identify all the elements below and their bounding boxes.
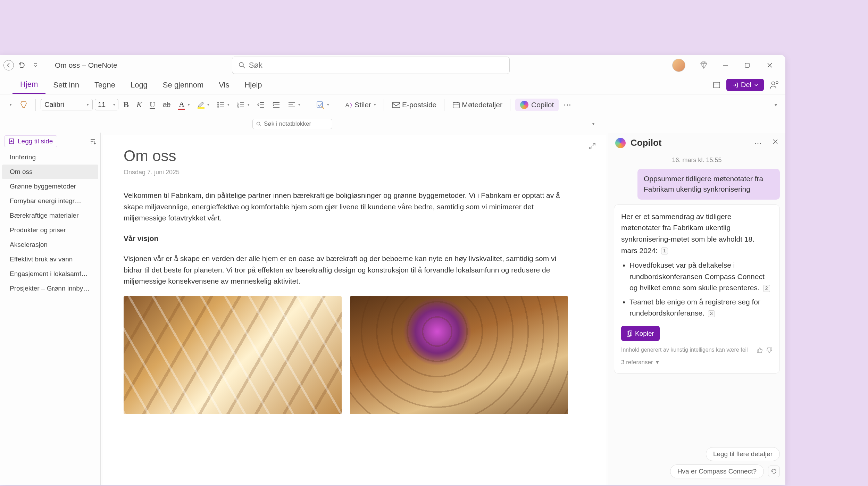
email-page-button[interactable]: E-postside	[389, 99, 439, 110]
numbering-button[interactable]: 123▾	[234, 100, 252, 110]
qat-customize[interactable]	[31, 62, 40, 68]
share-label: Del	[741, 81, 751, 89]
search-input[interactable]	[249, 61, 503, 70]
tab-review[interactable]: Se gjennom	[155, 76, 211, 94]
ref-badge-2[interactable]: 2	[763, 285, 770, 292]
premium-icon[interactable]	[699, 61, 708, 70]
more-commands[interactable]: ⋯	[561, 99, 575, 111]
app-window: Om oss – OneNote Hjem Sett inn Tegne Log…	[0, 55, 785, 485]
sort-pages-button[interactable]	[89, 138, 96, 145]
thumbs-up-icon[interactable]	[757, 347, 763, 353]
suggestion-more-details[interactable]: Legg til flere detaljer	[706, 447, 780, 461]
bullets-button[interactable]: ▾	[214, 100, 232, 110]
paragraph-vision[interactable]: Visjonen vår er å skape en verden der al…	[124, 253, 568, 287]
expand-canvas-icon[interactable]	[589, 142, 596, 150]
page-item-innforing[interactable]: Innføring	[2, 150, 98, 165]
tab-view[interactable]: Vis	[211, 76, 237, 94]
bullet-2-text: Teamet ble enige om å registrere seg for…	[629, 298, 760, 317]
page-item-gronne[interactable]: Grønne byggemetoder	[2, 179, 98, 194]
add-page-label: Legg til side	[18, 137, 53, 145]
image-dome-structure[interactable]	[350, 296, 568, 414]
tab-draw[interactable]: Tegne	[87, 76, 123, 94]
underline-button[interactable]: U	[147, 99, 158, 111]
share-button[interactable]: Del	[726, 79, 764, 91]
ribbon-tabs: Hjem Sett inn Tegne Logg Se gjennom Vis …	[0, 76, 785, 94]
paragraph-intro[interactable]: Velkommen til Fabrikam, din pålitelige p…	[124, 190, 568, 224]
svg-rect-51	[628, 331, 632, 335]
page-item-engasjement[interactable]: Engasjement i lokalsamf…	[2, 267, 98, 281]
notebooks-search[interactable]: Søk i notatblokker	[252, 119, 332, 129]
assistant-message: Her er et sammendrag av tidligere møteno…	[614, 204, 780, 374]
svg-rect-4	[745, 63, 749, 67]
page-item-baerekraftige[interactable]: Bærekraftige materialer	[2, 208, 98, 223]
font-size-selector[interactable]: 11▾	[95, 99, 118, 110]
thumbs-down-icon[interactable]	[766, 347, 773, 353]
svg-rect-7	[713, 82, 720, 88]
page-body[interactable]: Velkommen til Fabrikam, din pålitelige p…	[124, 190, 568, 414]
svg-marker-33	[323, 108, 324, 109]
svg-text:3: 3	[237, 106, 239, 108]
collaborate-icon[interactable]	[769, 80, 779, 90]
bold-button[interactable]: B	[120, 99, 132, 111]
ribbon-expand[interactable]: ▾	[772, 99, 780, 110]
ref-badge-1[interactable]: 1	[661, 248, 668, 254]
tab-insert[interactable]: Sett inn	[45, 76, 87, 94]
indent-button[interactable]	[270, 100, 283, 110]
back-button[interactable]	[3, 60, 14, 70]
undo-button[interactable]	[18, 61, 26, 69]
ref-badge-3[interactable]: 3	[708, 310, 715, 317]
font-selector[interactable]: Calibri▾	[41, 99, 93, 110]
tag-button[interactable]: ▾	[313, 99, 332, 110]
title-right-group	[672, 59, 782, 72]
svg-rect-36	[453, 102, 459, 108]
page-item-akselerasjon[interactable]: Akselerasjon	[2, 237, 98, 252]
page-item-fornybar[interactable]: Fornybar energi integr…	[2, 194, 98, 208]
styles-button[interactable]: A Stiler▾	[342, 99, 379, 110]
refresh-suggestions-icon[interactable]	[768, 466, 780, 477]
strikethrough-button[interactable]: ab	[160, 99, 173, 110]
copilot-icon	[520, 101, 528, 109]
search-box[interactable]	[232, 57, 510, 74]
tab-history[interactable]: Logg	[123, 76, 155, 94]
reading-view-icon[interactable]	[712, 81, 721, 89]
maximize-button[interactable]	[744, 62, 753, 68]
minimize-button[interactable]	[722, 62, 731, 68]
heading-vision[interactable]: Vår visjon	[124, 234, 158, 242]
copilot-more-icon[interactable]: ⋯	[754, 139, 762, 148]
add-page-button[interactable]: Legg til side	[4, 135, 57, 147]
page-item-prosjekter[interactable]: Prosjekter – Grønn innby…	[2, 281, 98, 296]
references-label: 3 referanser	[621, 358, 653, 367]
suggestion-compass[interactable]: Hva er Compass Connect?	[670, 464, 764, 478]
format-painter[interactable]	[17, 99, 31, 110]
close-button[interactable]	[767, 62, 775, 68]
page-title[interactable]: Om oss	[124, 147, 585, 165]
references-toggle[interactable]: 3 referanser ▾	[621, 358, 773, 367]
copilot-ribbon-button[interactable]: Copilot	[515, 99, 559, 111]
clipboard-chevron[interactable]: ▾	[6, 101, 15, 108]
main-area: Legg til side Innføring Om oss Grønne by…	[0, 133, 785, 485]
outdent-button[interactable]	[254, 100, 268, 110]
user-avatar[interactable]	[672, 59, 685, 72]
svg-line-2	[243, 66, 245, 68]
ribbon-right: Del	[712, 79, 779, 91]
font-color-button[interactable]: A▾	[175, 98, 193, 111]
align-button[interactable]: ▾	[285, 100, 303, 110]
tab-home[interactable]: Hjem	[12, 76, 45, 94]
notebooks-search-chevron[interactable]: ▾	[589, 122, 598, 126]
italic-button[interactable]: K	[134, 99, 145, 111]
tab-help[interactable]: Hjelp	[237, 76, 269, 94]
page-item-produkter[interactable]: Produkter og priser	[2, 223, 98, 237]
font-name: Calibri	[44, 101, 64, 109]
meeting-details-button[interactable]: Møtedetaljer	[449, 99, 505, 110]
copy-button[interactable]: Kopier	[621, 326, 660, 341]
email-label: E-postside	[402, 101, 436, 109]
image-wooden-beams[interactable]	[124, 296, 342, 414]
page-item-vann[interactable]: Effektivt bruk av vann	[2, 252, 98, 267]
svg-point-11	[217, 102, 219, 103]
highlight-button[interactable]: ▾	[195, 100, 212, 110]
copilot-close-icon[interactable]	[772, 139, 778, 148]
page-canvas[interactable]: Om oss Onsdag 7. juni 2025 Velkommen til…	[103, 135, 606, 485]
bullet-1-text: Hovedfokuset var på deltakelse i rundbor…	[629, 261, 765, 292]
page-item-om-oss[interactable]: Om oss	[2, 165, 98, 179]
title-left-group: Om oss – OneNote	[3, 60, 117, 70]
